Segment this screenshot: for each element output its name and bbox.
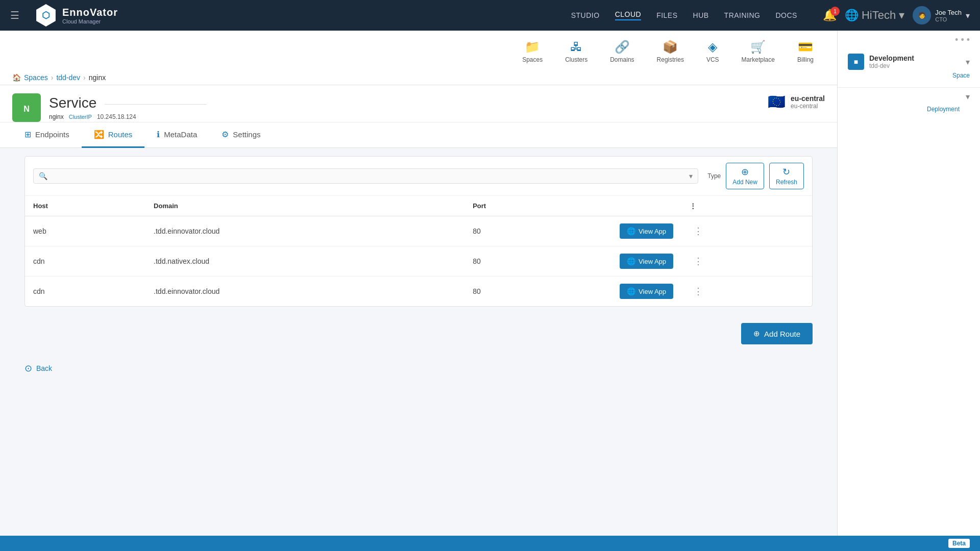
icon-spaces[interactable]: 📁 Spaces xyxy=(511,36,554,68)
nav-cloud[interactable]: CLOUD xyxy=(615,10,642,20)
tab-metadata[interactable]: ℹ MetaData xyxy=(144,122,209,148)
metadata-icon: ℹ xyxy=(157,130,160,139)
search-input[interactable] xyxy=(51,172,689,180)
billing-label: Billing xyxy=(797,56,814,63)
table-row: cdn .tdd.nativex.cloud 80 🌐 View App ⋮ xyxy=(25,246,812,277)
service-header: N Service nginx ClusterIP 10.245.18.124 xyxy=(0,85,837,122)
back-icon: ⊙ xyxy=(24,363,32,374)
spaces-label: Spaces xyxy=(522,56,543,63)
sidebar-space-text: Development tdd-dev xyxy=(869,54,961,69)
service-title-area: N Service nginx ClusterIP 10.245.18.124 xyxy=(12,93,207,122)
row-domain: .tdd.einnovator.cloud xyxy=(145,216,464,246)
icon-clusters[interactable]: 🖧 Clusters xyxy=(554,36,599,68)
routes-icon: 🔀 xyxy=(94,130,104,139)
tab-endpoints-label: Endpoints xyxy=(35,130,69,139)
back-area[interactable]: ⊙ Back xyxy=(12,353,825,384)
sidebar-deployment-link[interactable]: Deployment xyxy=(848,102,970,117)
icon-registries[interactable]: 📦 Registries xyxy=(646,36,695,68)
view-app-button[interactable]: 🌐 View App xyxy=(620,254,673,269)
service-ip: 10.245.18.124 xyxy=(97,113,136,120)
tab-endpoints[interactable]: ⊞ Endpoints xyxy=(12,122,82,148)
table-row: cdn .tdd.einnovator.cloud 80 🌐 View App … xyxy=(25,277,812,307)
billing-icon: 💳 xyxy=(798,40,813,54)
region-sub: eu-central xyxy=(791,103,825,110)
sidebar-space-icon: ■ xyxy=(848,54,864,70)
icon-vcs[interactable]: ◈ VCS xyxy=(695,36,730,68)
search-wrap[interactable]: 🔍 ▾ xyxy=(33,168,698,184)
add-route-button[interactable]: ⊕ Add Route xyxy=(741,323,813,344)
spaces-icon: 📁 xyxy=(525,40,540,54)
user-menu[interactable]: 🧑 Joe Tech CTO ▾ xyxy=(913,6,970,24)
view-app-globe-icon: 🌐 xyxy=(627,257,635,265)
row-more-icon[interactable]: ⋮ xyxy=(690,254,707,268)
row-more-icon[interactable]: ⋮ xyxy=(690,284,707,298)
row-more-icon[interactable]: ⋮ xyxy=(690,224,707,238)
col-host: Host xyxy=(25,196,145,216)
add-new-icon: ⊕ xyxy=(741,166,749,178)
hamburger-menu[interactable]: ☰ xyxy=(10,9,19,21)
sidebar-space-section: ■ Development tdd-dev ▾ Space xyxy=(838,45,980,88)
icon-domains[interactable]: 🔗 Domains xyxy=(599,36,645,68)
breadcrumb-tdd-dev[interactable]: tdd-dev xyxy=(56,73,80,82)
vcs-label: VCS xyxy=(706,56,719,63)
view-app-globe-icon: 🌐 xyxy=(627,227,635,235)
region-text: eu-central eu-central xyxy=(791,94,825,110)
row-more-cell: ⋮ xyxy=(681,277,812,307)
language-button[interactable]: 🌐 HiTech ▾ xyxy=(845,9,904,22)
nav-docs[interactable]: DOCS xyxy=(776,11,797,19)
row-port: 80 xyxy=(464,277,579,307)
tab-settings[interactable]: ⚙ Settings xyxy=(209,122,273,148)
view-app-button[interactable]: 🌐 View App xyxy=(620,284,673,299)
view-app-button[interactable]: 🌐 View App xyxy=(620,223,673,239)
domains-label: Domains xyxy=(610,56,634,63)
brand-name: EnnoVator xyxy=(62,7,118,18)
service-text: Service nginx ClusterIP 10.245.18.124 xyxy=(49,95,207,120)
beta-badge: Beta xyxy=(948,539,970,548)
sidebar-deployment-expand[interactable]: ▾ xyxy=(966,92,970,102)
routes-panel: 🔍 ▾ Type ⊕ Add New ↻ Refresh xyxy=(0,148,837,551)
nav-hub[interactable]: HUB xyxy=(693,11,709,19)
add-new-button[interactable]: ⊕ Add New xyxy=(726,163,764,189)
endpoints-icon: ⊞ xyxy=(24,130,31,139)
row-port: 80 xyxy=(464,246,579,277)
icon-marketplace[interactable]: 🛒 Marketplace xyxy=(730,36,786,68)
main-layout: 📁 Spaces 🖧 Clusters 🔗 Domains 📦 Registri… xyxy=(0,31,980,551)
sidebar-more-icon[interactable]: • • • xyxy=(838,31,980,45)
breadcrumb-nginx: nginx xyxy=(89,73,106,82)
notifications-button[interactable]: 🔔 1 xyxy=(823,9,837,22)
org-name: HiTech xyxy=(862,9,896,22)
bottom-bar: Beta xyxy=(0,536,980,551)
content-header: 📁 Spaces 🖧 Clusters 🔗 Domains 📦 Registri… xyxy=(0,31,837,85)
breadcrumb-spaces[interactable]: Spaces xyxy=(24,73,48,82)
add-route-wrap: ⊕ Add Route xyxy=(12,315,825,353)
clusters-icon: 🖧 xyxy=(570,40,582,54)
sidebar-space-link[interactable]: Space xyxy=(848,70,970,79)
sidebar-space-expand[interactable]: ▾ xyxy=(966,57,970,67)
row-domain: .tdd.nativex.cloud xyxy=(145,246,464,277)
col-port: Port xyxy=(464,196,579,216)
col-actions xyxy=(579,196,681,216)
tab-routes[interactable]: 🔀 Routes xyxy=(82,122,145,148)
app-logo: ⬡ EnnoVator Cloud Manager xyxy=(35,4,118,27)
add-new-label: Add New xyxy=(732,179,757,186)
registries-label: Registries xyxy=(657,56,684,63)
region-area: 🇪🇺 eu-central eu-central xyxy=(768,93,825,110)
marketplace-label: Marketplace xyxy=(742,56,775,63)
nav-training[interactable]: TRAINING xyxy=(724,11,761,19)
type-label: Type xyxy=(707,172,721,180)
domains-icon: 🔗 xyxy=(615,40,630,54)
row-view-btn-cell: 🌐 View App xyxy=(579,216,681,246)
nav-files[interactable]: FILES xyxy=(656,11,677,19)
refresh-button[interactable]: ↻ Refresh xyxy=(769,163,804,189)
row-port: 80 xyxy=(464,216,579,246)
registries-icon: 📦 xyxy=(663,40,678,54)
service-icon: N xyxy=(12,93,41,122)
service-title: Service xyxy=(49,95,96,111)
col-more[interactable]: ⋮ xyxy=(681,196,812,216)
row-host: web xyxy=(25,216,145,246)
nav-studio[interactable]: STUDIO xyxy=(571,11,600,19)
search-dropdown-icon[interactable]: ▾ xyxy=(689,172,693,180)
tab-routes-label: Routes xyxy=(108,130,133,139)
icon-billing[interactable]: 💳 Billing xyxy=(786,36,825,68)
row-host: cdn xyxy=(25,277,145,307)
